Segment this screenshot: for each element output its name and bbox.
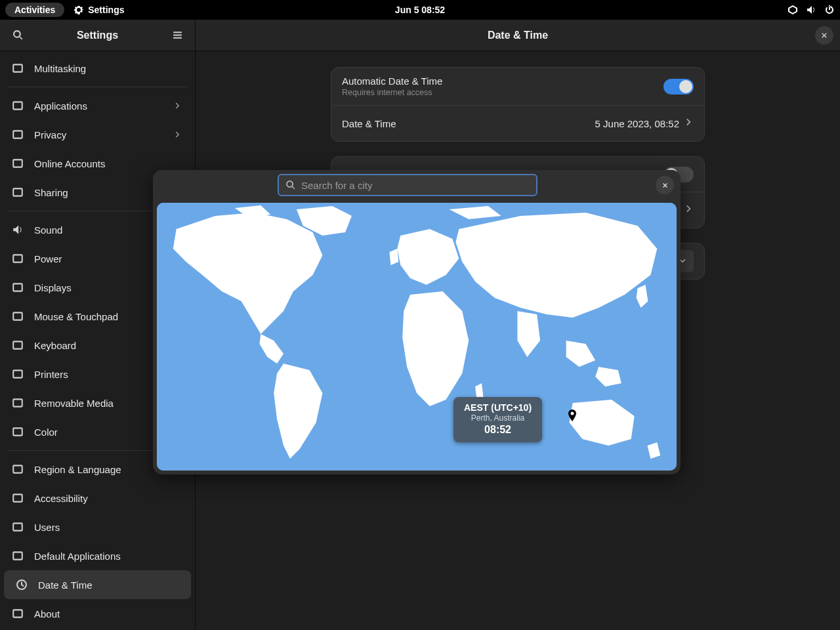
sidebar-item-label: Users [34,522,183,533]
tooltip-location: Perth, Australia [464,413,532,423]
close-icon [662,182,669,189]
auto-datetime-toggle[interactable] [663,79,694,94]
popover-header [153,170,681,200]
pin-icon [567,410,578,423]
chevron-right-icon [684,117,694,129]
world-map-svg [157,203,677,471]
map-pin[interactable] [567,410,578,423]
displays-icon [12,282,24,293]
city-search-box[interactable] [278,174,537,196]
page-title: Date & Time [488,30,548,41]
auto-datetime-sub: Requires internet access [342,88,663,97]
timezone-popover: AEST (UTC+10) Perth, Australia 08:52 [153,170,681,474]
main-header: Date & Time [196,20,840,51]
sidebar-item-label: Multitasking [34,63,183,74]
chevron-right-icon [174,129,183,140]
sidebar-header: Settings [0,20,195,51]
city-search-input[interactable] [301,180,530,191]
sidebar-item-about[interactable]: About [0,599,195,628]
search-icon [285,180,296,190]
chevron-right-icon [684,204,694,216]
datetime-row[interactable]: Date & Time 5 June 2023, 08:52 [331,106,704,141]
sidebar-item-label: Accessibility [34,493,183,504]
datetime-row-title: Date & Time [342,118,595,129]
sidebar-item-default-applications[interactable]: Default Applications [0,541,195,570]
tooltip-tz: AEST (UTC+10) [464,402,532,413]
power-icon [12,253,24,264]
svg-point-3 [571,412,574,415]
apps-icon [12,100,24,112]
region-icon [12,463,24,475]
gear-icon [74,5,84,15]
sidebar-search-button[interactable] [8,26,28,45]
sidebar-item-label: Applications [34,100,163,112]
sidebar-item-privacy[interactable]: Privacy [0,120,195,149]
hamburger-icon [172,30,183,41]
volume-icon[interactable] [806,5,816,15]
topbar-app-label: Settings [88,5,124,15]
datetime-icon [16,579,28,591]
sidebar-item-label: Default Applications [34,551,183,562]
search-icon [12,30,24,41]
sharing-icon [12,186,24,198]
color-icon [12,426,24,438]
keyboard-icon [12,339,24,351]
multitasking-icon [12,62,24,74]
chevron-right-icon [174,100,183,112]
mouse-icon [12,310,24,322]
topbar-app[interactable]: Settings [74,5,124,15]
window-close-button[interactable] [815,26,833,45]
topbar-datetime[interactable]: Jun 5 08:52 [395,5,445,15]
sidebar-menu-button[interactable] [167,26,187,45]
activities-button[interactable]: Activities [5,3,64,17]
datetime-card: Automatic Date & Time Requires internet … [331,67,705,142]
sidebar-separator [8,87,187,87]
sidebar-item-label: Online Accounts [34,158,183,169]
tooltip-time: 08:52 [464,424,532,436]
auto-datetime-title: Automatic Date & Time [342,75,663,87]
users-icon [12,521,24,533]
sidebar-item-users[interactable]: Users [0,513,195,541]
popover-close-button[interactable] [656,176,674,194]
network-icon[interactable] [788,5,798,15]
sidebar-item-label: Date & Time [38,579,179,591]
about-icon [12,608,24,620]
sidebar-item-applications[interactable]: Applications [0,91,195,120]
timezone-tooltip: AEST (UTC+10) Perth, Australia 08:52 [453,397,542,442]
world-map[interactable]: AEST (UTC+10) Perth, Australia 08:52 [157,203,677,471]
sidebar-item-accessibility[interactable]: Accessibility [0,484,195,513]
sidebar-item-date-time[interactable]: Date & Time [4,570,191,599]
auto-datetime-row[interactable]: Automatic Date & Time Requires internet … [331,68,704,106]
sidebar-item-label: About [34,608,183,620]
sidebar-item-label: Privacy [34,129,163,140]
top-bar: Activities Settings Jun 5 08:52 [0,0,840,20]
close-icon [820,32,828,39]
privacy-icon [12,129,24,140]
defaultapps-icon [12,550,24,562]
sidebar-title: Settings [28,30,167,41]
accessibility-icon [12,492,24,504]
printers-icon [12,368,24,380]
power-icon[interactable] [824,5,835,15]
online-accounts-icon [12,158,24,169]
sidebar-item-multitasking[interactable]: Multitasking [0,54,195,83]
removable-icon [12,397,24,409]
datetime-value: 5 June 2023, 08:52 [595,118,679,129]
sound-icon [12,224,24,236]
